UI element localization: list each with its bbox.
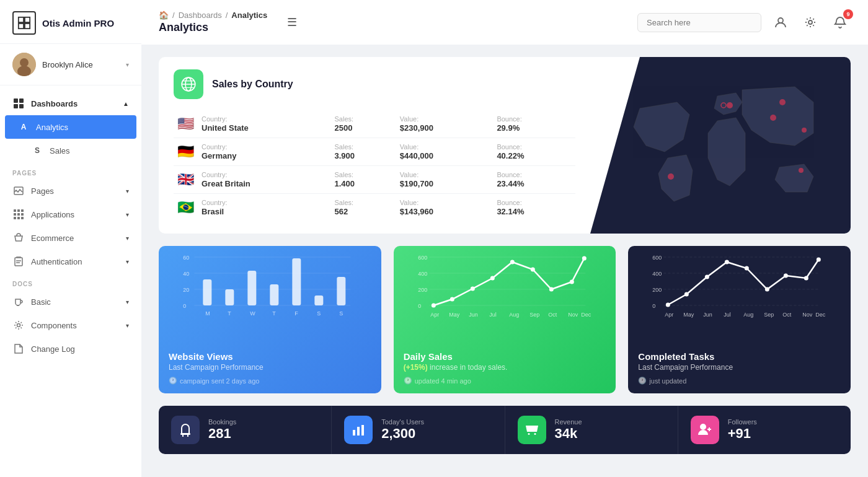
breadcrumb-current: Analytics xyxy=(231,11,267,20)
profile-icon[interactable] xyxy=(770,12,791,33)
svg-text:Dec: Dec xyxy=(816,312,826,318)
sidebar-sales-label: Sales xyxy=(50,146,70,155)
svg-point-99 xyxy=(705,275,709,279)
svg-text:600: 600 xyxy=(418,255,427,261)
svg-text:Sep: Sep xyxy=(529,312,539,318)
content-area: Sales by Country 🇺🇸 Country: United Stat… xyxy=(141,45,868,477)
sidebar-components-label: Components xyxy=(31,321,77,330)
card-header: Sales by Country xyxy=(174,69,575,99)
svg-text:F: F xyxy=(294,310,298,317)
pages-section-label: PAGES xyxy=(0,162,141,179)
sidebar-item-authentication[interactable]: Authentication ▾ xyxy=(0,250,141,273)
svg-text:0: 0 xyxy=(183,303,186,309)
world-map-area xyxy=(590,57,851,234)
sidebar-basic-label: Basic xyxy=(31,297,51,307)
sidebar-item-ecommerce[interactable]: Ecommerce ▾ xyxy=(0,226,141,250)
svg-rect-1 xyxy=(25,17,30,22)
svg-text:40: 40 xyxy=(183,271,189,277)
svg-point-36 xyxy=(799,168,804,173)
sidebar-applications-label: Applications xyxy=(31,210,74,219)
svg-rect-7 xyxy=(14,98,18,103)
settings-icon xyxy=(12,319,25,331)
users-value: 2,300 xyxy=(381,426,424,442)
svg-text:May: May xyxy=(684,312,695,318)
page-title: Analytics xyxy=(159,21,267,34)
svg-rect-13 xyxy=(17,209,20,212)
basic-chevron-icon: ▾ xyxy=(126,299,129,305)
person-plus-icon xyxy=(691,416,719,444)
logo-icon xyxy=(12,11,36,35)
svg-text:600: 600 xyxy=(653,255,662,261)
svg-text:Jul: Jul xyxy=(724,312,732,318)
svg-point-73 xyxy=(471,287,475,291)
sidebar: Otis Admin PRO Brooklyn Alice ▾ Das xyxy=(0,0,141,477)
website-views-subtitle: Last Campaign Performance xyxy=(169,363,371,372)
sidebar-analytics-label: Analytics xyxy=(36,123,68,132)
daily-sales-meta: 🕐 updated 4 min ago xyxy=(404,377,606,385)
svg-point-71 xyxy=(432,304,436,308)
sales-left: Sales by Country 🇺🇸 Country: United Stat… xyxy=(159,57,590,234)
sidebar-item-components[interactable]: Components ▾ xyxy=(0,313,141,337)
website-views-card: 60 40 20 0 xyxy=(159,246,381,393)
website-views-chart-body: 60 40 20 0 xyxy=(159,246,381,345)
sidebar-item-sales[interactable]: S Sales xyxy=(0,139,141,162)
svg-rect-14 xyxy=(21,209,24,212)
svg-text:Dec: Dec xyxy=(581,312,591,318)
sidebar-item-pages[interactable]: Pages ▾ xyxy=(0,179,141,203)
svg-rect-12 xyxy=(14,209,16,212)
sidebar-user[interactable]: Brooklyn Alice ▾ xyxy=(0,44,141,85)
settings-icon[interactable] xyxy=(800,12,821,33)
notification-icon[interactable]: 9 xyxy=(830,12,851,33)
svg-rect-17 xyxy=(21,213,24,216)
sales-letter: S xyxy=(31,144,43,157)
svg-rect-55 xyxy=(337,277,345,305)
pages-chevron-icon: ▾ xyxy=(126,188,129,195)
svg-point-103 xyxy=(784,274,788,278)
sidebar-item-dashboards[interactable]: Dashboards ▲ xyxy=(0,92,141,115)
svg-rect-8 xyxy=(19,98,24,103)
sidebar-item-analytics[interactable]: A Analytics xyxy=(5,115,136,139)
svg-text:Oct: Oct xyxy=(548,312,557,318)
revenue-text: Revenue 34k xyxy=(555,418,582,442)
sidebar-item-applications[interactable]: Applications ▾ xyxy=(0,203,141,226)
docs-section-label: DOCS xyxy=(0,273,141,290)
svg-text:20: 20 xyxy=(183,287,189,293)
svg-point-104 xyxy=(804,276,808,281)
clock-icon: 🕐 xyxy=(169,377,177,385)
sidebar-ecommerce-label: Ecommerce xyxy=(31,234,74,243)
svg-rect-115 xyxy=(180,433,190,435)
svg-text:Jun: Jun xyxy=(469,312,478,318)
website-views-meta: 🕐 campaign sent 2 days ago xyxy=(169,377,371,385)
daily-sales-subtitle: (+15%) increase in today sales. xyxy=(404,363,606,372)
main-content: 🏠 / Dashboards / Analytics Analytics ☰ xyxy=(141,0,868,477)
sidebar-item-changelog[interactable]: Change Log xyxy=(0,337,141,361)
breadcrumb-dashboards: Dashboards xyxy=(179,11,222,20)
ecommerce-chevron-icon: ▾ xyxy=(126,235,129,242)
clock-icon: 🕐 xyxy=(638,377,647,385)
daily-sales-title: Daily Sales xyxy=(404,351,606,362)
bookings-text: Bookings 281 xyxy=(208,418,236,442)
sidebar-item-basic[interactable]: Basic ▾ xyxy=(0,290,141,313)
svg-point-102 xyxy=(765,287,769,292)
sales-country-title: Sales by Country xyxy=(212,79,293,90)
applications-chevron-icon: ▾ xyxy=(126,211,129,218)
search-input[interactable] xyxy=(637,13,761,32)
svg-point-101 xyxy=(745,266,749,271)
svg-rect-19 xyxy=(17,217,20,219)
sales-by-country-card: Sales by Country 🇺🇸 Country: United Stat… xyxy=(159,57,851,234)
image-icon xyxy=(12,185,25,197)
svg-text:S: S xyxy=(339,310,343,317)
menu-toggle-button[interactable]: ☰ xyxy=(287,15,297,29)
svg-rect-18 xyxy=(14,217,16,219)
grid-icon xyxy=(12,97,25,110)
sidebar-authentication-label: Authentication xyxy=(31,257,82,266)
dashboards-chevron-icon: ▲ xyxy=(123,100,129,107)
svg-text:Aug: Aug xyxy=(509,312,519,318)
svg-text:Aug: Aug xyxy=(744,312,754,318)
svg-text:M: M xyxy=(205,310,210,317)
svg-rect-16 xyxy=(17,213,20,216)
svg-text:T: T xyxy=(272,310,276,317)
svg-rect-20 xyxy=(21,217,24,219)
revenue-label: Revenue xyxy=(555,418,582,426)
stats-row: Bookings 281 Today's Users 2,300 xyxy=(159,406,851,454)
